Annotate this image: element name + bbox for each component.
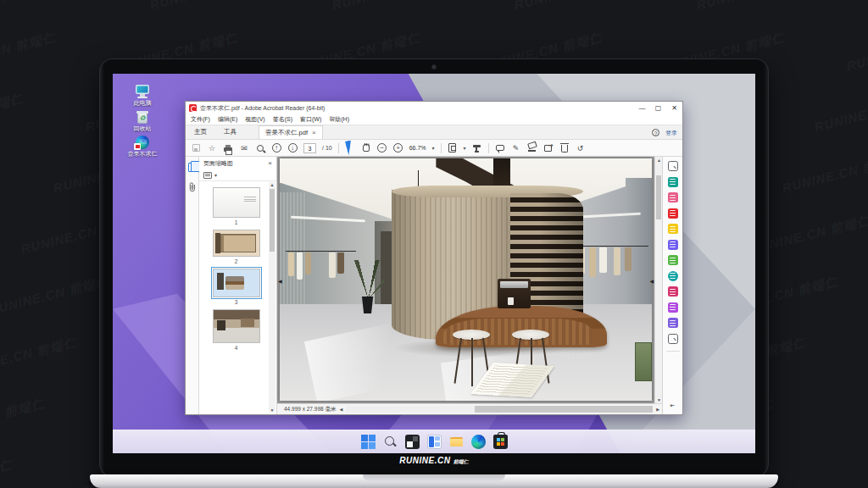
- menu-file[interactable]: 文件(F): [191, 115, 210, 124]
- thumbnail-options-icon[interactable]: [203, 172, 212, 179]
- taskbar-photos-app-icon[interactable]: [405, 435, 420, 449]
- thumbnail-page-3-selected[interactable]: 3: [208, 269, 264, 305]
- zoom-level-value[interactable]: 66.7%: [409, 145, 426, 151]
- expand-tools-pane-icon[interactable]: ⇤: [670, 402, 676, 409]
- menu-edit[interactable]: 编辑(E): [218, 115, 237, 124]
- combine-files-icon[interactable]: [668, 240, 678, 250]
- thumbnails-scrollbar[interactable]: ▲ ▼: [269, 182, 275, 413]
- window-titlebar[interactable]: 壹果不求仁.pdf - Adobe Acrobat Reader (64-bit…: [186, 102, 682, 114]
- taskbar-search-icon[interactable]: [383, 435, 398, 449]
- vertical-scrollbar[interactable]: ▲ ▼: [654, 157, 662, 403]
- export-pdf-icon[interactable]: [668, 177, 678, 187]
- taskbar-file-explorer-icon[interactable]: [449, 435, 464, 449]
- menu-view[interactable]: 视图(V): [245, 115, 264, 124]
- next-page-button[interactable]: ↓: [287, 143, 298, 153]
- vertical-scrollbar-thumb[interactable]: [656, 175, 661, 219]
- desktop-icon-pdf-file[interactable]: 壹果不求仁: [123, 136, 162, 158]
- page-total-label: / 10: [322, 145, 332, 151]
- scrolling-mode-button[interactable]: [472, 143, 482, 153]
- thumbnails-scroll-up-icon[interactable]: ▲: [269, 182, 275, 187]
- organize-pages-icon[interactable]: [668, 255, 678, 265]
- comment-tool-icon[interactable]: [668, 224, 678, 234]
- find-button[interactable]: [255, 143, 265, 153]
- clothes-rack-left: [286, 251, 356, 290]
- watermark-text: RUNINE.CN 前端仁: [813, 91, 868, 136]
- fill-sign-pencil-button[interactable]: ✎: [511, 143, 521, 153]
- desktop-icons: 此电脑 ♻ 回收站 壹果不求仁: [123, 85, 162, 161]
- laptop-base-notch: [363, 474, 505, 481]
- thumbnails-panel-title: 页面缩略图: [203, 159, 233, 168]
- taskbar-widgets-icon[interactable]: [427, 435, 442, 449]
- attachments-paperclip-icon[interactable]: [188, 182, 197, 192]
- delete-button[interactable]: [559, 143, 570, 153]
- menu-sign[interactable]: 签名(S): [273, 115, 292, 124]
- tab-close-icon[interactable]: ×: [312, 126, 316, 139]
- thumbnails-scrollbar-thumb[interactable]: [270, 189, 275, 252]
- zoom-out-button[interactable]: −: [377, 143, 387, 153]
- taskbar-edge-icon[interactable]: [471, 435, 486, 449]
- start-button[interactable]: [361, 435, 376, 449]
- hand-tool-button[interactable]: [361, 143, 371, 153]
- page-thumbnails-icon[interactable]: [188, 163, 196, 172]
- comment-button[interactable]: [495, 143, 505, 153]
- thumbnails-scroll-down-icon[interactable]: ▼: [269, 408, 275, 413]
- collapse-tools-icon[interactable]: ◀: [649, 277, 654, 283]
- desktop-icon-recycle-bin[interactable]: ♻ 回收站: [123, 110, 162, 132]
- favorite-star-button[interactable]: ☆: [207, 143, 217, 153]
- certificates-icon[interactable]: [668, 318, 678, 328]
- help-icon[interactable]: ?: [652, 129, 659, 136]
- zoom-in-button[interactable]: +: [393, 143, 403, 153]
- stamp-button[interactable]: [527, 143, 537, 153]
- document-statusbar: 44.999 x 27.998 毫米 ◀ ▶: [277, 403, 662, 414]
- thumbnail-page-1[interactable]: 1: [208, 187, 264, 225]
- save-button[interactable]: [191, 143, 201, 153]
- laptop-screen: 此电脑 ♻ 回收站 壹果不求仁 壹果不求仁.pdf - Adobe Acroba…: [113, 74, 755, 453]
- tab-document-label: 壹果不求仁.pdf: [265, 126, 308, 139]
- refresh-button[interactable]: ↺: [576, 143, 586, 153]
- tab-document[interactable]: 壹果不求仁.pdf ×: [259, 125, 323, 139]
- desktop-icon-this-pc[interactable]: 此电脑: [123, 85, 162, 107]
- share-button[interactable]: [543, 143, 554, 153]
- horizontal-scrollbar-thumb[interactable]: [475, 406, 653, 413]
- watermark-text: RUNINE.CN 前端仁: [695, 0, 819, 14]
- compress-pdf-icon[interactable]: [668, 271, 678, 281]
- maximize-button[interactable]: ▢: [650, 102, 666, 114]
- print-button[interactable]: [223, 143, 233, 153]
- fit-page-button[interactable]: [448, 143, 458, 153]
- menu-help[interactable]: 帮助(H): [329, 115, 349, 124]
- laptop-base: [90, 474, 778, 488]
- tab-tools[interactable]: 工具: [215, 125, 245, 139]
- thumbnail-options-caret-icon[interactable]: ▾: [214, 172, 217, 178]
- menu-window[interactable]: 窗口(W): [300, 115, 321, 124]
- document-area[interactable]: VALUES VALUES ◀ ◀ ▲ ▼: [277, 157, 662, 403]
- tab-home[interactable]: 主页: [186, 125, 215, 139]
- convert-pdf-icon[interactable]: [668, 302, 678, 313]
- create-pdf-icon[interactable]: [668, 208, 678, 219]
- desktop-icon-label: 回收站: [123, 125, 162, 132]
- fill-and-sign-icon[interactable]: [668, 286, 678, 297]
- sign-in-link[interactable]: 登录: [665, 129, 677, 137]
- espresso-machine: [498, 279, 531, 309]
- edit-pdf-icon[interactable]: [668, 192, 678, 202]
- search-tools-icon[interactable]: [668, 161, 678, 171]
- fit-dropdown-caret-icon[interactable]: ▾: [464, 145, 466, 151]
- more-tools-icon[interactable]: [668, 334, 678, 344]
- scroll-left-icon[interactable]: ◀: [339, 407, 342, 412]
- collapse-thumbnails-icon[interactable]: ◀: [278, 277, 282, 283]
- scroll-right-icon[interactable]: ▶: [656, 407, 659, 412]
- thumbnails-panel-close-icon[interactable]: ×: [268, 159, 272, 167]
- previous-page-button[interactable]: ↑: [271, 143, 281, 153]
- page-size-label: 44.999 x 27.998 毫米: [284, 406, 336, 413]
- thumbnail-page-4[interactable]: 4: [208, 309, 264, 351]
- select-tool-button[interactable]: [345, 143, 355, 153]
- thumbnail-page-2[interactable]: 2: [208, 230, 264, 264]
- horizontal-scrollbar[interactable]: [346, 406, 653, 413]
- watermark-text: RUNINE.CN 前端仁: [781, 152, 868, 197]
- watermark-text: RUNINE.CN 前端仁: [0, 274, 111, 319]
- zoom-dropdown-caret-icon[interactable]: ▾: [432, 145, 435, 151]
- email-button[interactable]: ✉: [239, 143, 249, 153]
- close-button[interactable]: ✕: [666, 102, 682, 114]
- page-number-input[interactable]: 3: [303, 143, 316, 153]
- minimize-button[interactable]: —: [634, 102, 650, 114]
- taskbar-store-icon[interactable]: [493, 435, 508, 449]
